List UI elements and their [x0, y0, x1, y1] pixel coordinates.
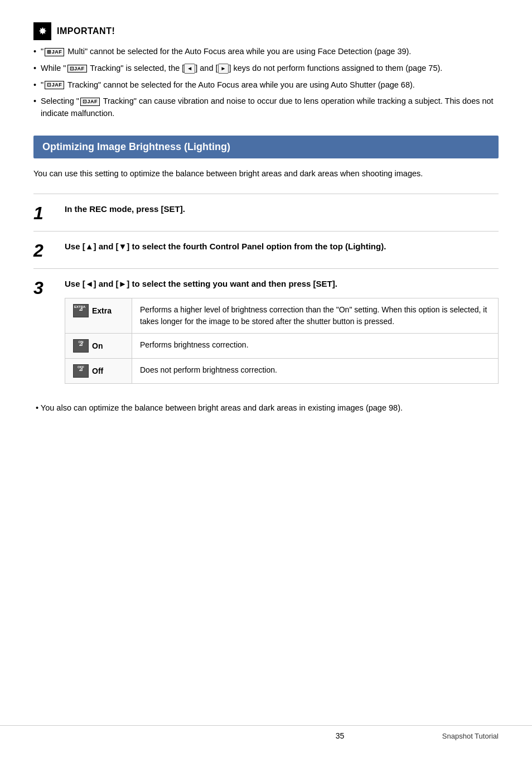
- table-cell-option: OFF ⊿ Off: [65, 359, 132, 384]
- step-number-2: 2: [33, 240, 56, 259]
- option-icon-cell: EXTRA ⊿ Extra: [73, 304, 124, 317]
- section-header: Optimizing Image Brightness (Lighting): [33, 136, 499, 158]
- right-arrow-key: ►: [218, 64, 229, 74]
- extra-icon: EXTRA ⊿: [73, 304, 89, 317]
- tracking-icon-badge-3: ⊡JAF: [80, 98, 100, 106]
- step-number-1: 1: [33, 203, 56, 222]
- table-row: EXTRA ⊿ Extra Performs a higher level of…: [65, 298, 499, 334]
- step-1: 1 In the REC mode, press [SET].: [33, 194, 499, 231]
- bullet-text: "⊞JAF Multi" cannot be selected for the …: [41, 46, 499, 58]
- important-header: ✸ IMPORTANT!: [33, 22, 499, 40]
- table-cell-option: EXTRA ⊿ Extra: [65, 298, 132, 334]
- table-cell-desc: Does not perform brightness correction.: [132, 359, 499, 384]
- step-content-2: Use [▲] and [▼] to select the fourth Con…: [65, 240, 499, 253]
- table-cell-desc: Performs a higher level of brightness co…: [132, 298, 499, 334]
- important-title: IMPORTANT!: [57, 26, 115, 36]
- off-icon-symbol: ⊿: [79, 363, 83, 376]
- important-star-icon: ✸: [33, 22, 51, 40]
- extra-option-label: Extra: [92, 305, 112, 317]
- list-item: While "⊡JAF Tracking" is selected, the […: [33, 62, 499, 75]
- table-row: ON ⊿ On Performs brightness correction.: [65, 334, 499, 359]
- on-option-label: On: [92, 340, 103, 352]
- table-cell-option: ON ⊿ On: [65, 334, 132, 359]
- on-icon: ON ⊿: [73, 339, 89, 353]
- step-text-1: In the REC mode, press [SET].: [65, 203, 499, 216]
- important-bullet-list: "⊞JAF Multi" cannot be selected for the …: [33, 46, 499, 124]
- extra-icon-symbol: ⊿: [79, 302, 83, 316]
- list-item: Selecting "⊡JAF Tracking" can cause vibr…: [33, 95, 499, 120]
- step-text-2: Use [▲] and [▼] to select the fourth Con…: [65, 240, 499, 253]
- bullet-text: Selecting "⊡JAF Tracking" can cause vibr…: [41, 95, 499, 120]
- step-content-3: Use [◄] and [►] to select the setting yo…: [65, 278, 499, 384]
- page-footer: 35 Snapshot Tutorial: [0, 725, 532, 740]
- footer-section-label: Snapshot Tutorial: [442, 732, 499, 740]
- table-row: OFF ⊿ Off Does not perform brightness co…: [65, 359, 499, 384]
- step-content-1: In the REC mode, press [SET].: [65, 203, 499, 216]
- step-text-3: Use [◄] and [►] to select the setting yo…: [65, 278, 499, 291]
- list-item: "⊡JAF Tracking" cannot be selected for t…: [33, 79, 499, 91]
- note-text: You also can optimize the balance betwee…: [33, 402, 499, 414]
- section-title: Optimizing Image Brightness (Lighting): [42, 141, 230, 152]
- option-icon-cell: ON ⊿ On: [73, 339, 124, 353]
- list-item: "⊞JAF Multi" cannot be selected for the …: [33, 46, 499, 58]
- step-3: 3 Use [◄] and [►] to select the setting …: [33, 268, 499, 393]
- tracking-icon-badge-2: ⊡JAF: [45, 81, 64, 89]
- options-table: EXTRA ⊿ Extra Performs a higher level of…: [65, 298, 499, 384]
- page-container: ✸ IMPORTANT! "⊞JAF Multi" cannot be sele…: [0, 0, 532, 757]
- multi-icon-badge: ⊞JAF: [45, 48, 64, 56]
- bullet-text: "⊡JAF Tracking" cannot be selected for t…: [41, 79, 499, 91]
- table-cell-desc: Performs brightness correction.: [132, 334, 499, 359]
- off-option-label: Off: [92, 365, 103, 377]
- tracking-icon-badge-1: ⊡JAF: [67, 65, 87, 73]
- important-box: ✸ IMPORTANT! "⊞JAF Multi" cannot be sele…: [33, 22, 499, 124]
- step-2: 2 Use [▲] and [▼] to select the fourth C…: [33, 231, 499, 268]
- section-intro: You can use this setting to optimize the…: [33, 167, 499, 180]
- page-number: 35: [238, 731, 442, 740]
- bullet-text: While "⊡JAF Tracking" is selected, the […: [41, 62, 499, 75]
- left-arrow-key: ◄: [184, 64, 195, 74]
- on-icon-symbol: ⊿: [79, 337, 83, 351]
- option-icon-cell: OFF ⊿ Off: [73, 364, 124, 378]
- step-number-3: 3: [33, 278, 56, 297]
- off-icon: OFF ⊿: [73, 364, 89, 378]
